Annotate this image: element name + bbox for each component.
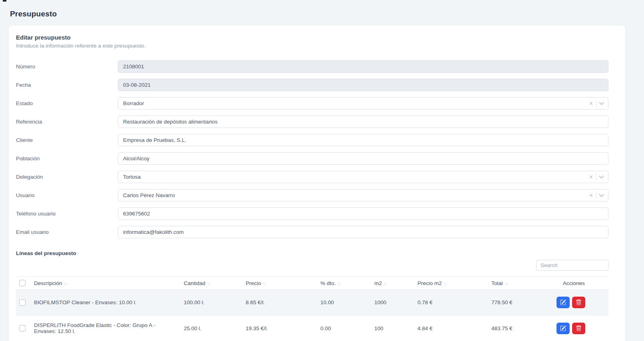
numero-label: Número (16, 64, 118, 70)
select-divider (596, 192, 596, 199)
poblacion-field[interactable] (118, 152, 608, 165)
email-usuario-field[interactable] (118, 226, 608, 238)
form-row-usuario: Usuario Carlos Pérez Navarro × (16, 189, 608, 201)
sort-icon: ↑↓ (337, 281, 341, 286)
poblacion-label: Población (16, 156, 118, 162)
chevron-down-icon[interactable] (599, 100, 604, 105)
select-divider (596, 173, 596, 180)
cliente-field[interactable] (118, 134, 608, 146)
card-heading: Editar presupuesto (16, 34, 608, 41)
column-header-m2[interactable]: m2↑↓ (374, 277, 417, 290)
cell-total: 778.50 € (491, 290, 557, 315)
table-row: DISPERLITH FoodGrade Elastic - Color: Gr… (16, 315, 608, 341)
edit-icon (560, 325, 566, 331)
form-row-estado: Estado Borrador × (16, 97, 608, 110)
referencia-field[interactable] (118, 116, 608, 128)
clear-icon[interactable]: × (589, 192, 593, 199)
estado-label: Estado (16, 100, 118, 106)
cell-descripcion: DISPERLITH FoodGrade Elastic - Color: Gr… (34, 315, 184, 341)
form-row-fecha: Fecha (16, 79, 608, 91)
cell-dto: 0.00 (320, 315, 374, 341)
chevron-down-icon[interactable] (599, 173, 604, 179)
trash-icon (576, 325, 582, 331)
delegacion-select[interactable]: Tortosa × (118, 171, 608, 183)
delete-line-button[interactable] (572, 323, 585, 334)
form-row-delegacion: Delegación Tortosa × (16, 171, 608, 183)
row-checkbox[interactable] (19, 325, 26, 331)
cell-precio-m2: 4.84 € (417, 315, 491, 341)
column-header-precio-m2[interactable]: Precio m2↑↓ (417, 277, 491, 290)
form-row-poblacion: Población (16, 152, 608, 165)
chevron-down-icon[interactable] (599, 192, 604, 197)
column-header-dto[interactable]: % dto.↑↓ (320, 277, 374, 290)
search-input[interactable] (536, 260, 608, 271)
cliente-label: Cliente (16, 137, 118, 143)
clear-icon[interactable]: × (589, 100, 593, 107)
form-row-numero: Número (16, 60, 608, 73)
estado-select[interactable]: Borrador × (118, 97, 608, 110)
select-all-checkbox[interactable] (19, 280, 26, 286)
edit-budget-card: Editar presupuesto Introduce la informac… (9, 26, 625, 341)
row-checkbox[interactable] (19, 299, 26, 306)
fecha-label: Fecha (16, 82, 118, 88)
trash-icon (576, 299, 582, 305)
budget-form: Número Fecha Estado Borrador × (16, 60, 608, 238)
numero-field[interactable] (118, 60, 608, 73)
fecha-field[interactable] (118, 79, 608, 91)
column-header-acciones: Acciones (557, 277, 608, 290)
sort-icon: ↑↓ (384, 281, 387, 286)
usuario-select[interactable]: Carlos Pérez Navarro × (118, 189, 608, 201)
sort-icon: ↑↓ (505, 281, 508, 286)
form-row-telefono: Teléfono usuario (16, 207, 608, 220)
estado-selected-value: Borrador (123, 100, 589, 106)
delegacion-selected-value: Tortosa (123, 174, 589, 180)
cell-precio: 8.65 €/l. (246, 290, 320, 315)
column-header-precio[interactable]: Precio↑↓ (246, 277, 320, 290)
budget-lines-table: Descripción↑↓ Cantidad↑↓ Precio↑↓ % dto.… (16, 276, 608, 341)
cell-descripcion: BIOFILMSTOP Cleaner - Envases: 10.00 l. (34, 290, 184, 315)
cell-total: 483.75 € (491, 315, 557, 341)
edit-icon (560, 299, 566, 305)
delegacion-label: Delegación (16, 174, 118, 180)
form-row-cliente: Cliente (16, 134, 608, 146)
select-divider (596, 100, 596, 107)
cell-m2: 1000 (374, 290, 417, 315)
email-usuario-label: Email usuario (16, 229, 118, 235)
cell-cantidad: 25.00 l. (184, 315, 246, 341)
clear-icon[interactable]: × (589, 174, 593, 180)
column-header-descripcion[interactable]: Descripción↑↓ (34, 277, 184, 290)
telefono-usuario-label: Teléfono usuario (16, 211, 118, 217)
telefono-usuario-field[interactable] (118, 207, 608, 220)
form-row-referencia: Referencia (16, 116, 608, 128)
referencia-label: Referencia (16, 119, 118, 125)
cell-precio-m2: 0.78 € (417, 290, 491, 315)
edit-line-button[interactable] (557, 297, 570, 308)
usuario-label: Usuario (16, 192, 118, 198)
cell-m2: 100 (374, 315, 417, 341)
table-header-row: Descripción↑↓ Cantidad↑↓ Precio↑↓ % dto.… (16, 277, 608, 290)
cell-cantidad: 100.00 l. (184, 290, 246, 315)
sort-icon: ↑↓ (64, 281, 68, 286)
edit-line-button[interactable] (557, 323, 570, 334)
column-header-cantidad[interactable]: Cantidad↑↓ (184, 277, 246, 290)
card-subheading: Introduce la información referente a est… (16, 43, 608, 49)
lines-section-heading: Líneas del presupuesto (16, 250, 608, 256)
cell-dto: 10.00 (320, 290, 374, 315)
delete-line-button[interactable] (572, 297, 585, 308)
table-row: BIOFILMSTOP Cleaner - Envases: 10.00 l. … (16, 290, 608, 315)
cell-precio: 19.35 €/l. (246, 315, 320, 341)
page-title: Presupuesto (10, 10, 644, 18)
usuario-selected-value: Carlos Pérez Navarro (123, 192, 589, 198)
column-header-total[interactable]: Total↑↓ (491, 277, 557, 290)
sort-icon: ↑↓ (207, 281, 211, 286)
sort-icon: ↑↓ (262, 281, 266, 286)
sort-icon: ↑↓ (443, 281, 447, 286)
navbar-remnant (3, 0, 6, 2)
form-row-email: Email usuario (16, 226, 608, 238)
